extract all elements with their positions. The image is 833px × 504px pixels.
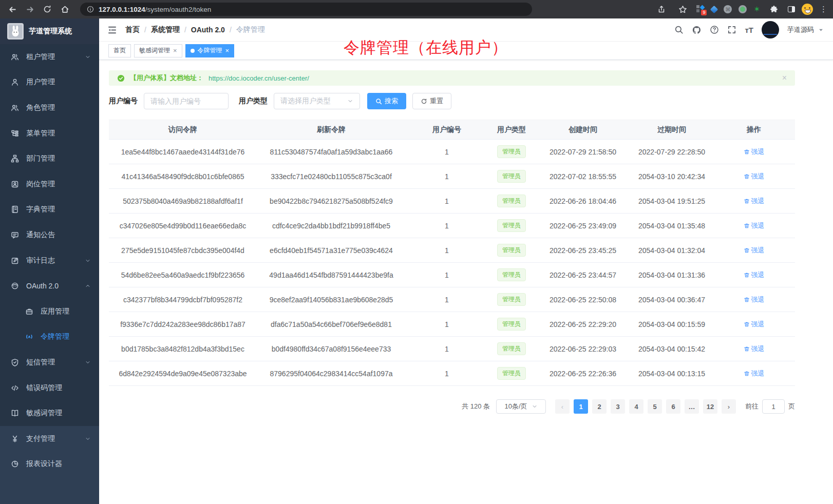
recorder-extension-icon[interactable] bbox=[739, 5, 747, 13]
refresh-token-cell: b0df4980ffd34c67a08f9156e4eee733 bbox=[257, 337, 406, 361]
sidebar-item-report-designer[interactable]: 报表设计器 bbox=[0, 452, 99, 477]
search-icon[interactable] bbox=[674, 25, 684, 34]
user-id-input[interactable] bbox=[144, 93, 229, 109]
force-logout-button[interactable]: 强退 bbox=[744, 197, 765, 206]
pagination-prev-button[interactable]: ‹ bbox=[555, 399, 570, 414]
sidebar-collapse-icon[interactable] bbox=[106, 25, 122, 35]
search-button[interactable]: 搜索 bbox=[367, 93, 406, 109]
sidebar-item-tenant[interactable]: 租户管理 bbox=[0, 44, 99, 70]
pagination-page-4[interactable]: 4 bbox=[629, 399, 643, 414]
pagination-next-button[interactable]: › bbox=[722, 399, 736, 414]
force-logout-label: 强退 bbox=[751, 320, 765, 329]
breadcrumb-item[interactable]: 首页 bbox=[125, 25, 140, 34]
chevron-down-icon bbox=[85, 359, 91, 365]
sidebar-item-dept[interactable]: 部门管理 bbox=[0, 146, 99, 171]
user-type-cell: 管理员 bbox=[488, 287, 535, 312]
user-avatar[interactable] bbox=[762, 21, 779, 38]
access-token-cell: 41c41346a548490f9dc8b01c6bfe0865 bbox=[109, 164, 257, 189]
force-logout-button[interactable]: 强退 bbox=[744, 147, 765, 157]
breadcrumb-item[interactable]: 系统管理 bbox=[151, 25, 180, 34]
site-info-icon[interactable] bbox=[86, 2, 94, 16]
app-title: 芋道管理系统 bbox=[29, 27, 72, 36]
sidebar-item-sensitive-word[interactable]: 敏感词管理 bbox=[0, 400, 99, 426]
tab-split-icon[interactable] bbox=[788, 6, 795, 12]
share-icon[interactable] bbox=[654, 2, 669, 16]
close-icon[interactable]: × bbox=[173, 47, 177, 54]
pagination-page-2[interactable]: 2 bbox=[592, 399, 607, 414]
pagination-total: 共 120 条 bbox=[462, 402, 490, 411]
table-row: c342377bf8b344799dcbf7bf095287f29ce8ef2a… bbox=[109, 287, 795, 312]
chevron-down-icon bbox=[85, 436, 91, 442]
sidebar-item-notice[interactable]: 通知公告 bbox=[0, 222, 99, 248]
help-icon[interactable] bbox=[710, 25, 719, 34]
trash-icon bbox=[744, 272, 750, 278]
force-logout-label: 强退 bbox=[751, 221, 765, 230]
tab-home[interactable]: 首页 bbox=[108, 44, 131, 57]
refresh-token-cell: dfa6c71a50a54c66bef706ef9e6e8d81 bbox=[257, 312, 406, 337]
browser-menu-icon[interactable]: ⋮ bbox=[820, 5, 828, 14]
force-logout-button[interactable]: 强退 bbox=[744, 172, 765, 181]
browser-url-bar[interactable]: 127.0.0.1:1024/system/oauth2/token bbox=[80, 3, 532, 16]
breadcrumb-item[interactable]: OAuth 2.0 bbox=[191, 26, 225, 34]
pagination-ellipsis[interactable]: … bbox=[685, 399, 699, 414]
tab-sensitive-word[interactable]: 敏感词管理× bbox=[134, 44, 182, 57]
breadcrumb-separator: / bbox=[230, 26, 232, 34]
sidebar-item-oauth2-app[interactable]: 应用管理 bbox=[0, 299, 99, 324]
sidebar-item-role[interactable]: 角色管理 bbox=[0, 95, 99, 121]
sidebar-item-post[interactable]: 岗位管理 bbox=[0, 171, 99, 197]
sidebar-item-menu[interactable]: 菜单管理 bbox=[0, 121, 99, 146]
force-logout-button[interactable]: 强退 bbox=[744, 270, 765, 280]
gray-extension-icon[interactable]: ⌘ bbox=[724, 5, 732, 13]
profile-avatar-icon[interactable] bbox=[802, 4, 813, 15]
sidebar-item-pay[interactable]: 支付管理 bbox=[0, 426, 99, 452]
chevron-down-icon[interactable] bbox=[818, 27, 824, 33]
sidebar-item-label: 部门管理 bbox=[26, 154, 55, 163]
tree-list-icon bbox=[11, 129, 19, 138]
diamond-extension-icon[interactable] bbox=[710, 5, 718, 13]
user-type-badge: 管理员 bbox=[497, 195, 526, 207]
pagination-page-3[interactable]: 3 bbox=[611, 399, 625, 414]
green-star-extension-icon[interactable]: ✶ bbox=[753, 5, 760, 13]
sidebar-item-oauth2-token[interactable]: 令牌管理 bbox=[0, 324, 99, 350]
force-logout-button[interactable]: 强退 bbox=[744, 295, 765, 304]
sidebar-item-sms[interactable]: 短信管理 bbox=[0, 350, 99, 375]
extension-update-icon[interactable]: 9 bbox=[696, 5, 705, 13]
force-logout-button[interactable]: 强退 bbox=[744, 221, 765, 230]
notice-close-icon[interactable]: × bbox=[782, 74, 787, 82]
sidebar-item-audit-log[interactable]: 审计日志 bbox=[0, 248, 99, 274]
bookmark-star-icon[interactable] bbox=[675, 2, 690, 16]
puzzle-extensions-icon[interactable] bbox=[767, 2, 781, 16]
font-size-icon[interactable]: тT bbox=[745, 26, 753, 34]
sidebar-item-dict[interactable]: 字典管理 bbox=[0, 197, 99, 223]
close-icon[interactable]: × bbox=[225, 47, 230, 54]
fullscreen-icon[interactable] bbox=[727, 25, 736, 34]
force-logout-button[interactable]: 强退 bbox=[744, 344, 765, 354]
pagination-page-1[interactable]: 1 bbox=[574, 399, 588, 414]
refresh-token-cell: cdfc4ce9c2da4bb1bdf21b9918ff4be5 bbox=[257, 214, 406, 238]
sidebar-item-user[interactable]: 用户管理 bbox=[0, 70, 99, 95]
force-logout-button[interactable]: 强退 bbox=[744, 369, 765, 378]
app-logo[interactable]: 芋道管理系统 bbox=[0, 18, 99, 44]
sidebar-item-oauth2[interactable]: OAuth 2.0 bbox=[0, 273, 99, 299]
goto-page-input[interactable] bbox=[762, 399, 785, 414]
browser-reload-icon[interactable] bbox=[40, 2, 54, 16]
browser-home-icon[interactable] bbox=[58, 2, 72, 16]
user-type-select[interactable]: 请选择用户类型 bbox=[274, 93, 360, 109]
page-size-select[interactable]: 10条/页 bbox=[496, 399, 546, 414]
force-logout-button[interactable]: 强退 bbox=[744, 320, 765, 329]
force-logout-label: 强退 bbox=[751, 295, 765, 304]
pagination-page-6[interactable]: 6 bbox=[666, 399, 680, 414]
pagination: 共 120 条 10条/页 ‹ 123456…12 › 前往 页 bbox=[109, 399, 795, 414]
edit-square-icon bbox=[11, 257, 19, 265]
force-logout-button[interactable]: 强退 bbox=[744, 246, 765, 255]
browser-back-icon[interactable] bbox=[5, 2, 20, 16]
pagination-page-12[interactable]: 12 bbox=[703, 399, 717, 414]
reset-button[interactable]: 重置 bbox=[412, 93, 451, 109]
sidebar-item-error-code[interactable]: 错误码管理 bbox=[0, 375, 99, 401]
pagination-page-5[interactable]: 5 bbox=[648, 399, 662, 414]
browser-forward-icon[interactable] bbox=[23, 2, 37, 16]
github-icon[interactable] bbox=[692, 25, 702, 35]
tab-token[interactable]: 令牌管理× bbox=[185, 44, 235, 57]
breadcrumb-separator: / bbox=[144, 26, 146, 34]
notice-link[interactable]: https://doc.iocoder.cn/user-center/ bbox=[209, 74, 309, 82]
